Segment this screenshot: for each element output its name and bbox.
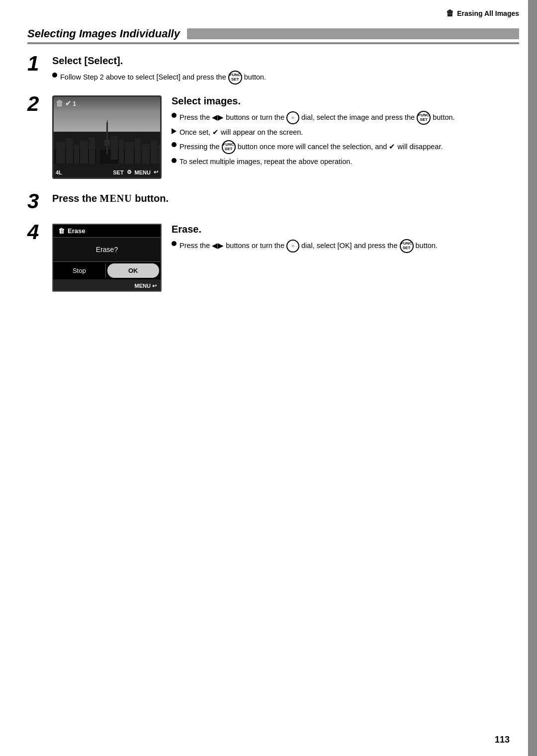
step-2-bullet-1: Press the ◀▶ buttons or turn the ○ dial,…: [172, 111, 519, 125]
step-2-bullet-2: Once set, ✔ will appear on the screen.: [172, 127, 519, 138]
erase-dialog-body: Erase?: [53, 238, 161, 261]
bullet-circle-icon: [172, 158, 177, 163]
step-3-row: 3 Press the MENU button.: [27, 193, 519, 212]
step-2-number: 2: [27, 93, 52, 114]
erase-dialog-body-text: Erase?: [96, 246, 118, 253]
svg-rect-13: [135, 139, 141, 165]
svg-rect-4: [80, 141, 88, 165]
camera-number: 1: [73, 100, 76, 107]
svg-rect-8: [104, 140, 110, 146]
step-4-bullet-1-text: Press the ◀▶ buttons or turn the ○ dial,…: [179, 239, 519, 253]
step-1-title: Select [Select].: [52, 55, 519, 67]
svg-rect-2: [66, 139, 73, 165]
func-set-button-icon-2: FUNCSET: [417, 111, 431, 125]
step-2-title: Select images.: [172, 95, 519, 107]
svg-rect-16: [158, 145, 162, 165]
erase-menu-label: MENU ↩: [135, 283, 157, 289]
bullet-circle-icon: [172, 241, 177, 246]
menu-text-label: MENU: [100, 193, 132, 204]
erase-dialog: 🗑 Erase Erase? Stop OK MENU ↩: [52, 224, 162, 292]
step-2-row: 2: [27, 95, 519, 179]
camera-star-icon: ⚙: [127, 169, 132, 175]
svg-rect-3: [74, 145, 79, 165]
dial-icon: ○: [286, 111, 299, 124]
svg-rect-9: [107, 120, 107, 124]
step-4-number: 4: [27, 222, 52, 243]
func-set-button-icon: FUNCSET: [228, 71, 242, 84]
erase-ok-button[interactable]: OK: [107, 263, 160, 278]
page-header: 🗑 Erasing All Images: [446, 9, 519, 18]
erasing-icon: 🗑: [446, 9, 454, 18]
step-4-row: 4 🗑 Erase Erase? Stop OK: [27, 224, 519, 292]
step-3-content: Press the MENU button.: [52, 193, 519, 208]
steps-container: 1 Select [Select]. Follow Step 2 above t…: [27, 55, 519, 301]
step-3-number: 3: [27, 191, 52, 212]
bullet-circle-icon: [172, 142, 177, 147]
step-3-title: Press the MENU button.: [52, 193, 519, 204]
right-sidebar: [528, 0, 537, 756]
title-bar-decoration: [187, 28, 519, 39]
svg-rect-11: [119, 140, 124, 165]
camera-check-icon: ✔: [65, 99, 71, 107]
func-set-button-icon-4: FUNCSET: [400, 239, 414, 253]
main-content: Selecting Images Individually 1 Select […: [27, 27, 519, 726]
step-2-content: Select images. Press the ◀▶ buttons or t…: [172, 95, 519, 169]
svg-rect-12: [125, 142, 134, 165]
bullet-triangle-icon: [172, 128, 177, 134]
step-1-number: 1: [27, 53, 52, 74]
svg-rect-7: [106, 122, 108, 155]
svg-rect-15: [151, 141, 158, 165]
header-title: Erasing All Images: [457, 9, 519, 17]
dial-icon-2: ○: [286, 240, 299, 252]
step-1-row: 1 Select [Select]. Follow Step 2 above t…: [27, 55, 519, 86]
step-2-bullet-2-text: Once set, ✔ will appear on the screen.: [179, 127, 519, 138]
step-2-left-col: 2: [27, 95, 167, 179]
step-2-bullet-4: To select multiple images, repeat the ab…: [172, 156, 519, 168]
step-4-content: Erase. Press the ◀▶ buttons or turn the …: [172, 224, 519, 255]
section-title: Selecting Images Individually: [27, 27, 519, 44]
city-silhouette: [54, 120, 162, 165]
erase-dialog-header: 🗑 Erase: [53, 225, 161, 238]
camera-set-label: SET: [113, 169, 123, 175]
step-1-body: Follow Step 2 above to select [Select] a…: [52, 71, 519, 84]
step-2-bullet-3: Pressing the FUNCSET button once more wi…: [172, 140, 519, 154]
step-1-content: Select [Select]. Follow Step 2 above to …: [52, 55, 519, 86]
camera-trash-icon: 🗑: [56, 99, 64, 108]
svg-rect-6: [96, 134, 100, 165]
camera-bottom-bar: SET ⚙ MENU ↩: [56, 169, 158, 175]
step-4-title: Erase.: [172, 224, 519, 235]
func-set-button-icon-3: FUNCSET: [222, 140, 236, 154]
step-2-bullet-4-text: To select multiple images, repeat the ab…: [179, 156, 519, 168]
svg-rect-10: [111, 136, 118, 160]
camera-screen: 🗑 ✔ 1 4L SET ⚙ MENU ↩: [52, 95, 162, 179]
step-4-body: Press the ◀▶ buttons or turn the ○ dial,…: [172, 239, 519, 253]
step-2-body: Press the ◀▶ buttons or turn the ○ dial,…: [172, 111, 519, 168]
step-2-bullet-1-text: Press the ◀▶ buttons or turn the ○ dial,…: [179, 111, 519, 125]
camera-overlay-top-left: 🗑 ✔ 1: [56, 99, 76, 108]
svg-rect-1: [56, 142, 65, 165]
erase-dialog-header-icon: 🗑: [58, 227, 65, 235]
svg-rect-5: [89, 137, 95, 165]
svg-rect-14: [142, 144, 150, 165]
camera-back-icon: ↩: [154, 169, 158, 175]
step-1-bullet-1-text: Follow Step 2 above to select [Select] a…: [60, 71, 519, 84]
bullet-circle-icon: [52, 73, 57, 78]
erase-dialog-menu-bar: MENU ↩: [53, 279, 161, 291]
step-2-bullet-3-text: Pressing the FUNCSET button once more wi…: [179, 140, 519, 154]
page-number: 113: [495, 735, 510, 745]
step-4-left-col: 4 🗑 Erase Erase? Stop OK: [27, 224, 167, 292]
erase-stop-button[interactable]: Stop: [53, 263, 106, 278]
step-1-bullet-1: Follow Step 2 above to select [Select] a…: [52, 71, 519, 84]
bullet-circle-icon: [172, 113, 177, 118]
camera-menu-label: MENU: [135, 169, 151, 175]
erase-dialog-header-text: Erase: [68, 227, 85, 235]
step-4-bullet-1: Press the ◀▶ buttons or turn the ○ dial,…: [172, 239, 519, 253]
erase-dialog-footer: Stop OK: [53, 261, 161, 279]
